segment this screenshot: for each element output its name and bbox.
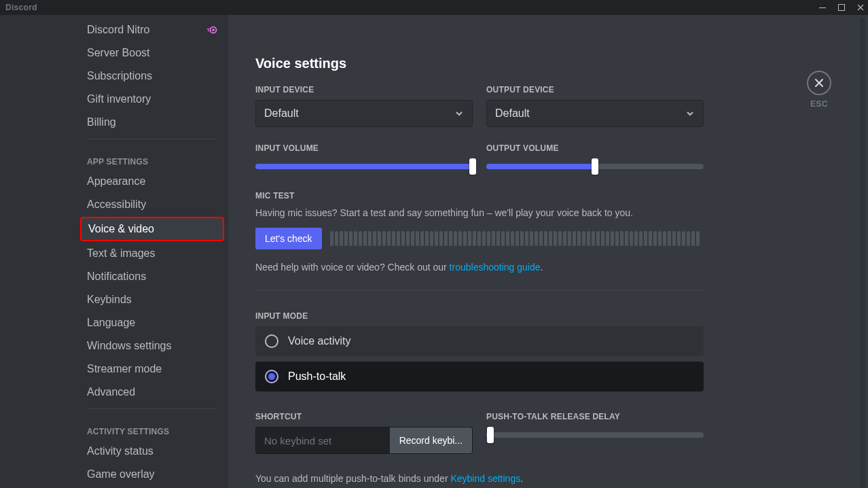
sidebar-item-label: Streamer mode (87, 362, 162, 376)
output-device-value: Default (495, 107, 530, 120)
sidebar-item-subscriptions[interactable]: Subscriptions (80, 65, 224, 87)
shortcut-label: Shortcut (255, 412, 473, 421)
radio-label: Voice activity (288, 335, 350, 347)
radio-icon (265, 370, 278, 383)
svg-point-3 (212, 29, 215, 31)
esc-label: ESC (810, 99, 828, 109)
close-settings-button[interactable]: ESC (807, 71, 831, 109)
troubleshooting-link[interactable]: troubleshooting guide (450, 262, 541, 273)
output-volume-slider[interactable] (486, 158, 704, 175)
sidebar-item-label: Notifications (87, 270, 146, 283)
sidebar-item-label: Keybinds (87, 293, 132, 307)
close-icon (807, 71, 831, 95)
svg-rect-5 (208, 31, 209, 31)
svg-rect-1 (839, 5, 845, 11)
sidebar-item-label: Subscriptions (87, 69, 152, 83)
sidebar-item-label: Text & images (87, 247, 155, 260)
sidebar-separator (87, 408, 217, 409)
sidebar-item-activity-status[interactable]: Activity status (80, 440, 224, 462)
sidebar-item-label: Gift inventory (87, 92, 151, 106)
ptt-delay-slider[interactable] (486, 427, 704, 443)
input-device-label: Input Device (255, 85, 473, 94)
keybind-settings-link[interactable]: Keybind settings (450, 473, 520, 484)
input-mode-voice-activity[interactable]: Voice activity (255, 326, 704, 356)
sidebar-item-label: Language (87, 316, 135, 330)
ptt-delay-label: Push-to-talk Release Delay (486, 412, 704, 421)
sidebar-item-label: Appearance (87, 175, 145, 188)
window-controls (818, 0, 865, 15)
sidebar-item-label: Server Boost (87, 46, 149, 60)
page-title: Voice settings (255, 56, 704, 71)
app-name: Discord (5, 3, 37, 12)
svg-rect-4 (207, 29, 209, 29)
shortcut-input[interactable]: No keybind set (256, 428, 390, 453)
input-device-select[interactable]: Default (255, 100, 473, 127)
shortcut-recorder: No keybind set Record keybi... (255, 427, 473, 454)
settings-sidebar: Discord Nitro Server Boost Subscriptions… (0, 15, 228, 488)
sidebar-item-billing[interactable]: Billing (80, 111, 224, 133)
radio-icon (265, 334, 278, 348)
sidebar-item-streamer-mode[interactable]: Streamer mode (80, 358, 224, 380)
keybind-note: You can add multiple push-to-talk binds … (255, 473, 704, 484)
radio-label: Push-to-talk (288, 370, 346, 383)
sidebar-item-label: Game overlay (87, 468, 155, 481)
input-mode-label: Input Mode (255, 311, 704, 321)
sidebar-item-keybinds[interactable]: Keybinds (80, 289, 224, 311)
settings-content: ESC Voice settings Input Device Default … (228, 15, 868, 488)
input-device-value: Default (264, 107, 299, 120)
output-device-select[interactable]: Default (486, 100, 704, 127)
sidebar-item-voice-video[interactable]: Voice & video (80, 217, 224, 241)
divider (255, 290, 704, 291)
sidebar-item-advanced[interactable]: Advanced (80, 381, 224, 403)
sidebar-item-label: Discord Nitro (87, 23, 149, 37)
output-volume-label: Output Volume (486, 143, 704, 153)
mic-level-meter (330, 231, 704, 246)
slider-thumb[interactable] (487, 427, 494, 443)
mic-test-label: Mic Test (255, 191, 704, 201)
lets-check-button[interactable]: Let's check (255, 228, 322, 249)
sidebar-item-nitro[interactable]: Discord Nitro (80, 19, 224, 41)
sidebar-item-windows-settings[interactable]: Windows settings (80, 335, 224, 357)
sidebar-header-app: App Settings (80, 145, 224, 171)
output-device-label: Output Device (486, 85, 704, 94)
slider-thumb[interactable] (592, 158, 598, 175)
sidebar-item-gift-inventory[interactable]: Gift inventory (80, 88, 224, 110)
svg-rect-0 (819, 7, 826, 8)
sidebar-item-game-overlay[interactable]: Game overlay (80, 464, 224, 485)
scrollbar[interactable] (860, 18, 865, 488)
sidebar-item-label: Billing (87, 116, 116, 129)
sidebar-item-label: Advanced (87, 385, 135, 399)
record-keybind-button[interactable]: Record keybi... (390, 428, 472, 453)
sidebar-item-notifications[interactable]: Notifications (80, 266, 224, 287)
minimize-icon[interactable] (818, 3, 827, 12)
slider-thumb[interactable] (469, 158, 476, 175)
sidebar-item-server-boost[interactable]: Server Boost (80, 42, 224, 64)
sidebar-item-text-images[interactable]: Text & images (80, 243, 224, 264)
nitro-icon (206, 24, 217, 35)
close-window-icon[interactable] (856, 3, 865, 12)
sidebar-item-label: Windows settings (87, 339, 172, 353)
help-text: Need help with voice or video? Check out… (255, 260, 704, 274)
mic-test-description: Having mic issues? Start a test and say … (255, 206, 704, 220)
sidebar-item-label: Accessibility (87, 198, 146, 211)
input-volume-label: Input Volume (255, 143, 473, 153)
input-volume-slider[interactable] (255, 158, 473, 175)
maximize-icon[interactable] (837, 3, 846, 12)
sidebar-item-language[interactable]: Language (80, 312, 224, 334)
sidebar-header-activity: Activity Settings (80, 415, 224, 440)
sidebar-item-label: Voice & video (88, 222, 154, 236)
sidebar-item-label: Activity status (87, 445, 153, 458)
input-mode-push-to-talk[interactable]: Push-to-talk (255, 362, 704, 391)
chevron-down-icon (454, 109, 464, 118)
title-bar: Discord (0, 0, 868, 15)
sidebar-item-appearance[interactable]: Appearance (80, 171, 224, 192)
sidebar-item-accessibility[interactable]: Accessibility (80, 194, 224, 215)
chevron-down-icon (685, 109, 695, 118)
sidebar-separator (87, 139, 217, 139)
